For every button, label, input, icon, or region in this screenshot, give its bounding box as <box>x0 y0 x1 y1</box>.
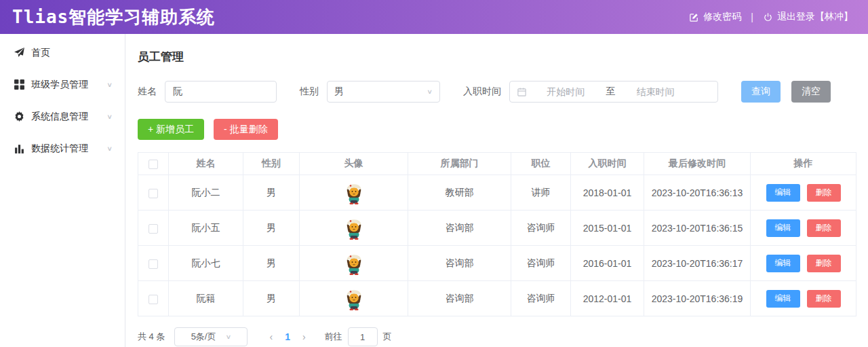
avatar-cell <box>300 281 408 316</box>
name-cell: 阮小七 <box>169 246 243 281</box>
clear-button[interactable]: 清空 <box>791 81 831 103</box>
entry-date-cell: 2015-01-01 <box>571 211 644 246</box>
table-row: 阮小二男 教研部讲师2018-01-012023-10-20T16:36:13编… <box>138 175 856 211</box>
row-checkbox[interactable] <box>149 295 158 304</box>
batch-delete-button[interactable]: - 批量删除 <box>214 119 278 140</box>
goto-page-input[interactable] <box>348 327 378 346</box>
position-cell: 咨询师 <box>511 281 571 316</box>
gender-filter-label: 性别 <box>300 86 319 98</box>
start-date-input[interactable] <box>527 86 604 97</box>
edit-button[interactable]: 编辑 <box>766 184 800 202</box>
prev-page-button[interactable]: ‹ <box>262 331 279 342</box>
delete-button[interactable]: 删除 <box>807 255 841 272</box>
entry-date-range-picker[interactable]: 至 <box>509 81 718 103</box>
app-title: Tlias智能学习辅助系统 <box>12 5 215 29</box>
chevron-down-icon: ∨ <box>106 145 113 152</box>
edit-button[interactable]: 编辑 <box>766 255 800 272</box>
gear-icon <box>14 111 25 122</box>
filter-bar: 姓名 性别 男 ∨ 入职时间 至 查询 清空 <box>138 81 856 103</box>
actions-cell: 编辑删除 <box>751 175 856 211</box>
logout-label: 退出登录【林冲】 <box>777 11 853 23</box>
page-unit-label: 页 <box>383 331 392 343</box>
column-header-actions: 操作 <box>751 153 856 175</box>
cartoon-boy-avatar <box>344 217 364 240</box>
pagination-total: 共 4 条 <box>138 331 165 343</box>
position-cell: 讲师 <box>511 175 571 211</box>
table-row: 阮籍男 咨询部咨询师2012-01-012023-10-20T16:36:19编… <box>138 281 856 316</box>
avatar-cell <box>300 246 408 281</box>
query-button[interactable]: 查询 <box>741 81 781 103</box>
promotion-icon <box>14 47 25 58</box>
sidebar-item-data-statistics[interactable]: 数据统计管理 ∨ <box>0 132 125 164</box>
column-header-entry-date: 入职时间 <box>571 153 644 175</box>
avatar-cell <box>300 175 408 211</box>
row-select-cell <box>138 281 169 316</box>
name-cell: 阮籍 <box>169 281 243 316</box>
department-cell: 咨询部 <box>408 281 511 316</box>
page-title: 员工管理 <box>138 49 856 65</box>
name-filter-input[interactable] <box>165 81 277 103</box>
sidebar-item-system-info[interactable]: 系统信息管理 ∨ <box>0 101 125 132</box>
logout-button[interactable]: 退出登录【林冲】 <box>763 11 853 23</box>
select-all-cell <box>138 153 169 175</box>
header-separator: | <box>751 12 753 22</box>
actions-cell: 编辑删除 <box>751 211 856 246</box>
updated-cell: 2023-10-20T16:36:13 <box>644 175 751 211</box>
delete-button[interactable]: 删除 <box>807 290 841 308</box>
department-cell: 教研部 <box>408 175 511 211</box>
delete-button[interactable]: 删除 <box>807 219 841 237</box>
column-header-name: 姓名 <box>169 153 243 175</box>
table-row: 阮小五男 咨询部咨询师2015-01-012023-10-20T16:36:15… <box>138 211 856 246</box>
column-header-updated: 最后修改时间 <box>644 153 751 175</box>
grid-icon <box>14 79 25 90</box>
page-size-select[interactable]: 5条/页 ∨ <box>174 327 248 346</box>
row-checkbox[interactable] <box>149 189 158 198</box>
sidebar-item-label: 系统信息管理 <box>31 111 106 123</box>
edit-button[interactable]: 编辑 <box>766 219 800 237</box>
delete-button[interactable]: 删除 <box>807 184 841 202</box>
chevron-down-icon: ∨ <box>106 81 113 88</box>
app-header: Tlias智能学习辅助系统 修改密码 | 退出登录【林冲】 <box>0 0 868 34</box>
edit-button[interactable]: 编辑 <box>766 290 800 308</box>
cartoon-boy-avatar <box>344 252 364 275</box>
next-page-button[interactable]: › <box>296 331 313 342</box>
select-all-checkbox[interactable] <box>149 160 158 169</box>
pagination-bar: 共 4 条 5条/页 ∨ ‹ 1 › 前往 页 <box>138 327 856 346</box>
row-select-cell <box>138 211 169 246</box>
change-password-label: 修改密码 <box>703 11 741 23</box>
department-cell: 咨询部 <box>408 246 511 281</box>
position-cell: 咨询师 <box>511 246 571 281</box>
action-bar: + 新增员工 - 批量删除 <box>138 119 856 140</box>
gender-cell: 男 <box>243 175 300 211</box>
column-header-gender: 性别 <box>243 153 300 175</box>
entry-date-filter-label: 入职时间 <box>463 86 501 98</box>
end-date-input[interactable] <box>616 86 694 97</box>
gender-select[interactable]: 男 ∨ <box>327 81 440 103</box>
name-filter-label: 姓名 <box>138 86 157 98</box>
gender-cell: 男 <box>243 211 300 246</box>
employee-table: 姓名 性别 头像 所属部门 职位 入职时间 最后修改时间 操作 阮小二男 教研部… <box>138 152 856 316</box>
row-checkbox[interactable] <box>149 224 158 234</box>
sidebar-item-label: 首页 <box>31 47 113 59</box>
cartoon-boy-avatar <box>344 287 364 310</box>
sidebar-item-home[interactable]: 首页 <box>0 37 125 69</box>
histogram-icon <box>14 143 25 154</box>
row-select-cell <box>138 246 169 281</box>
entry-date-cell: 2012-01-01 <box>571 281 644 316</box>
actions-cell: 编辑删除 <box>751 246 856 281</box>
row-checkbox[interactable] <box>149 259 158 269</box>
current-page-button[interactable]: 1 <box>279 331 296 342</box>
sidebar-item-label: 班级学员管理 <box>31 79 106 91</box>
add-employee-button[interactable]: + 新增员工 <box>138 119 204 140</box>
sidebar-item-class-students[interactable]: 班级学员管理 ∨ <box>0 69 125 101</box>
chevron-down-icon: ∨ <box>106 113 113 120</box>
change-password-button[interactable]: 修改密码 <box>689 11 741 23</box>
updated-cell: 2023-10-20T16:36:17 <box>644 246 751 281</box>
main-content: 员工管理 姓名 性别 男 ∨ 入职时间 至 查 <box>125 34 868 347</box>
actions-cell: 编辑删除 <box>751 281 856 316</box>
position-cell: 咨询师 <box>511 211 571 246</box>
updated-cell: 2023-10-20T16:36:19 <box>644 281 751 316</box>
updated-cell: 2023-10-20T16:36:15 <box>644 211 751 246</box>
calendar-icon <box>517 87 527 97</box>
sidebar-item-label: 数据统计管理 <box>31 143 106 155</box>
